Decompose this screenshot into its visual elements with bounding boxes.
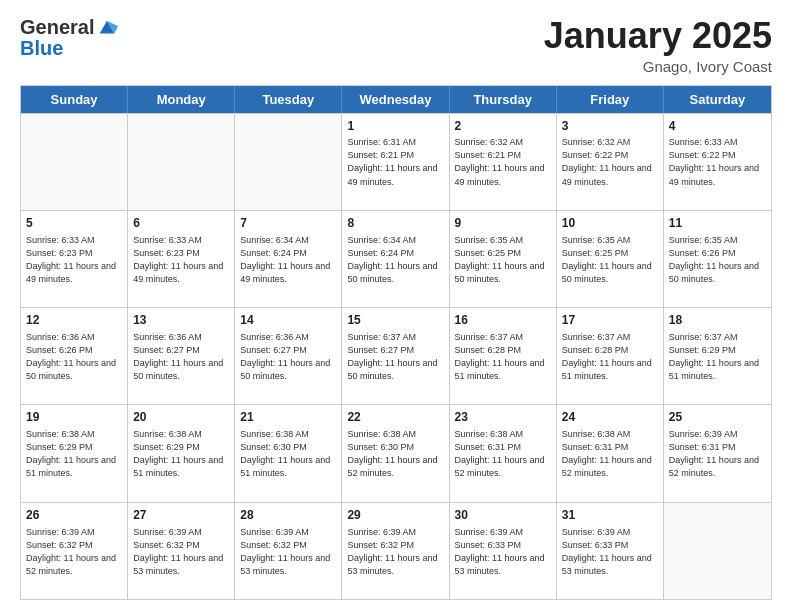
day-number: 29 — [347, 507, 443, 524]
logo-blue: Blue — [20, 37, 118, 60]
day-number: 23 — [455, 409, 551, 426]
calendar-cell: 14Sunrise: 6:36 AM Sunset: 6:27 PM Dayli… — [235, 308, 342, 404]
cell-info: Sunrise: 6:38 AM Sunset: 6:30 PM Dayligh… — [347, 428, 443, 480]
day-number: 17 — [562, 312, 658, 329]
cell-info: Sunrise: 6:39 AM Sunset: 6:31 PM Dayligh… — [669, 428, 766, 480]
cell-info: Sunrise: 6:37 AM Sunset: 6:29 PM Dayligh… — [669, 331, 766, 383]
calendar-cell: 2Sunrise: 6:32 AM Sunset: 6:21 PM Daylig… — [450, 114, 557, 210]
day-number: 6 — [133, 215, 229, 232]
day-header-tuesday: Tuesday — [235, 86, 342, 113]
cell-info: Sunrise: 6:38 AM Sunset: 6:31 PM Dayligh… — [562, 428, 658, 480]
cell-info: Sunrise: 6:33 AM Sunset: 6:23 PM Dayligh… — [26, 234, 122, 286]
day-number: 19 — [26, 409, 122, 426]
day-number: 15 — [347, 312, 443, 329]
cell-info: Sunrise: 6:39 AM Sunset: 6:32 PM Dayligh… — [347, 526, 443, 578]
calendar-cell: 11Sunrise: 6:35 AM Sunset: 6:26 PM Dayli… — [664, 211, 771, 307]
cell-info: Sunrise: 6:39 AM Sunset: 6:32 PM Dayligh… — [26, 526, 122, 578]
cell-info: Sunrise: 6:36 AM Sunset: 6:27 PM Dayligh… — [240, 331, 336, 383]
page: General Blue January 2025 Gnago, Ivory C… — [0, 0, 792, 612]
logo-icon — [96, 17, 118, 39]
calendar-cell: 8Sunrise: 6:34 AM Sunset: 6:24 PM Daylig… — [342, 211, 449, 307]
day-number: 31 — [562, 507, 658, 524]
calendar-cell: 27Sunrise: 6:39 AM Sunset: 6:32 PM Dayli… — [128, 503, 235, 599]
day-number: 7 — [240, 215, 336, 232]
cell-info: Sunrise: 6:33 AM Sunset: 6:22 PM Dayligh… — [669, 136, 766, 188]
day-number: 28 — [240, 507, 336, 524]
calendar: SundayMondayTuesdayWednesdayThursdayFrid… — [20, 85, 772, 600]
day-number: 10 — [562, 215, 658, 232]
calendar-cell: 24Sunrise: 6:38 AM Sunset: 6:31 PM Dayli… — [557, 405, 664, 501]
day-number: 25 — [669, 409, 766, 426]
calendar-cell: 3Sunrise: 6:32 AM Sunset: 6:22 PM Daylig… — [557, 114, 664, 210]
cell-info: Sunrise: 6:36 AM Sunset: 6:27 PM Dayligh… — [133, 331, 229, 383]
calendar-cell: 10Sunrise: 6:35 AM Sunset: 6:25 PM Dayli… — [557, 211, 664, 307]
calendar-cell — [235, 114, 342, 210]
calendar-week-1: 1Sunrise: 6:31 AM Sunset: 6:21 PM Daylig… — [21, 113, 771, 210]
day-header-sunday: Sunday — [21, 86, 128, 113]
cell-info: Sunrise: 6:37 AM Sunset: 6:28 PM Dayligh… — [562, 331, 658, 383]
cell-info: Sunrise: 6:34 AM Sunset: 6:24 PM Dayligh… — [347, 234, 443, 286]
calendar-cell: 19Sunrise: 6:38 AM Sunset: 6:29 PM Dayli… — [21, 405, 128, 501]
calendar-cell — [664, 503, 771, 599]
calendar-cell: 7Sunrise: 6:34 AM Sunset: 6:24 PM Daylig… — [235, 211, 342, 307]
calendar-cell — [21, 114, 128, 210]
title-area: January 2025 Gnago, Ivory Coast — [544, 16, 772, 75]
day-number: 4 — [669, 118, 766, 135]
day-number: 30 — [455, 507, 551, 524]
cell-info: Sunrise: 6:32 AM Sunset: 6:21 PM Dayligh… — [455, 136, 551, 188]
calendar-header: SundayMondayTuesdayWednesdayThursdayFrid… — [21, 86, 771, 113]
cell-info: Sunrise: 6:37 AM Sunset: 6:28 PM Dayligh… — [455, 331, 551, 383]
header: General Blue January 2025 Gnago, Ivory C… — [20, 16, 772, 75]
calendar-week-4: 19Sunrise: 6:38 AM Sunset: 6:29 PM Dayli… — [21, 404, 771, 501]
calendar-cell: 12Sunrise: 6:36 AM Sunset: 6:26 PM Dayli… — [21, 308, 128, 404]
calendar-cell — [128, 114, 235, 210]
day-number: 21 — [240, 409, 336, 426]
calendar-cell: 22Sunrise: 6:38 AM Sunset: 6:30 PM Dayli… — [342, 405, 449, 501]
cell-info: Sunrise: 6:39 AM Sunset: 6:32 PM Dayligh… — [240, 526, 336, 578]
cell-info: Sunrise: 6:37 AM Sunset: 6:27 PM Dayligh… — [347, 331, 443, 383]
calendar-cell: 21Sunrise: 6:38 AM Sunset: 6:30 PM Dayli… — [235, 405, 342, 501]
cell-info: Sunrise: 6:34 AM Sunset: 6:24 PM Dayligh… — [240, 234, 336, 286]
calendar-cell: 9Sunrise: 6:35 AM Sunset: 6:25 PM Daylig… — [450, 211, 557, 307]
calendar-week-5: 26Sunrise: 6:39 AM Sunset: 6:32 PM Dayli… — [21, 502, 771, 599]
day-number: 12 — [26, 312, 122, 329]
cell-info: Sunrise: 6:32 AM Sunset: 6:22 PM Dayligh… — [562, 136, 658, 188]
cell-info: Sunrise: 6:39 AM Sunset: 6:33 PM Dayligh… — [562, 526, 658, 578]
day-number: 2 — [455, 118, 551, 135]
cell-info: Sunrise: 6:36 AM Sunset: 6:26 PM Dayligh… — [26, 331, 122, 383]
cell-info: Sunrise: 6:31 AM Sunset: 6:21 PM Dayligh… — [347, 136, 443, 188]
month-title: January 2025 — [544, 16, 772, 56]
cell-info: Sunrise: 6:38 AM Sunset: 6:29 PM Dayligh… — [133, 428, 229, 480]
cell-info: Sunrise: 6:35 AM Sunset: 6:25 PM Dayligh… — [562, 234, 658, 286]
day-number: 13 — [133, 312, 229, 329]
calendar-cell: 30Sunrise: 6:39 AM Sunset: 6:33 PM Dayli… — [450, 503, 557, 599]
calendar-cell: 20Sunrise: 6:38 AM Sunset: 6:29 PM Dayli… — [128, 405, 235, 501]
calendar-cell: 31Sunrise: 6:39 AM Sunset: 6:33 PM Dayli… — [557, 503, 664, 599]
calendar-cell: 15Sunrise: 6:37 AM Sunset: 6:27 PM Dayli… — [342, 308, 449, 404]
cell-info: Sunrise: 6:38 AM Sunset: 6:29 PM Dayligh… — [26, 428, 122, 480]
cell-info: Sunrise: 6:38 AM Sunset: 6:30 PM Dayligh… — [240, 428, 336, 480]
day-number: 3 — [562, 118, 658, 135]
location: Gnago, Ivory Coast — [544, 58, 772, 75]
cell-info: Sunrise: 6:35 AM Sunset: 6:26 PM Dayligh… — [669, 234, 766, 286]
calendar-cell: 4Sunrise: 6:33 AM Sunset: 6:22 PM Daylig… — [664, 114, 771, 210]
calendar-cell: 28Sunrise: 6:39 AM Sunset: 6:32 PM Dayli… — [235, 503, 342, 599]
calendar-cell: 13Sunrise: 6:36 AM Sunset: 6:27 PM Dayli… — [128, 308, 235, 404]
calendar-cell: 23Sunrise: 6:38 AM Sunset: 6:31 PM Dayli… — [450, 405, 557, 501]
day-number: 9 — [455, 215, 551, 232]
calendar-cell: 6Sunrise: 6:33 AM Sunset: 6:23 PM Daylig… — [128, 211, 235, 307]
day-number: 26 — [26, 507, 122, 524]
calendar-week-2: 5Sunrise: 6:33 AM Sunset: 6:23 PM Daylig… — [21, 210, 771, 307]
day-number: 1 — [347, 118, 443, 135]
cell-info: Sunrise: 6:39 AM Sunset: 6:32 PM Dayligh… — [133, 526, 229, 578]
cell-info: Sunrise: 6:33 AM Sunset: 6:23 PM Dayligh… — [133, 234, 229, 286]
cell-info: Sunrise: 6:35 AM Sunset: 6:25 PM Dayligh… — [455, 234, 551, 286]
day-number: 20 — [133, 409, 229, 426]
day-header-monday: Monday — [128, 86, 235, 113]
day-header-thursday: Thursday — [450, 86, 557, 113]
cell-info: Sunrise: 6:38 AM Sunset: 6:31 PM Dayligh… — [455, 428, 551, 480]
calendar-week-3: 12Sunrise: 6:36 AM Sunset: 6:26 PM Dayli… — [21, 307, 771, 404]
calendar-cell: 26Sunrise: 6:39 AM Sunset: 6:32 PM Dayli… — [21, 503, 128, 599]
day-number: 16 — [455, 312, 551, 329]
day-number: 5 — [26, 215, 122, 232]
